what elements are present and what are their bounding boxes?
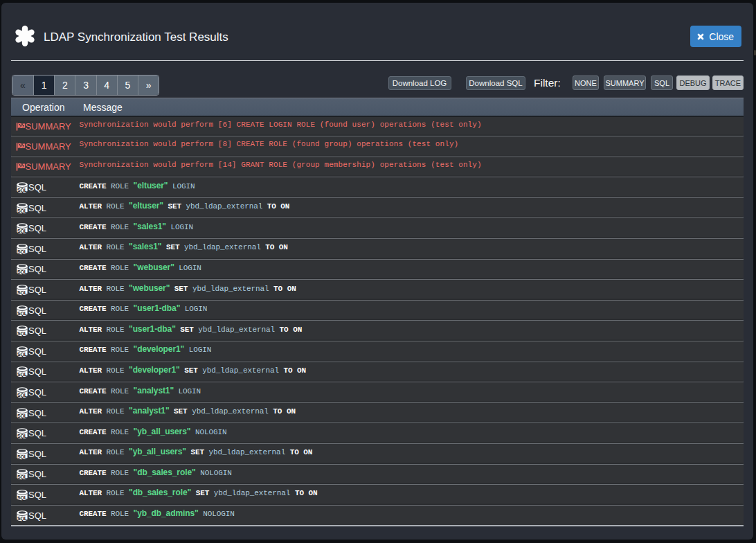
svg-text:SQL: SQL bbox=[17, 229, 28, 234]
svg-text:SQL: SQL bbox=[17, 331, 28, 337]
svg-text:SQL: SQL bbox=[17, 352, 28, 357]
svg-text:SQL: SQL bbox=[17, 249, 28, 255]
svg-text:SQL: SQL bbox=[17, 310, 28, 316]
svg-text:SQL: SQL bbox=[17, 372, 28, 377]
svg-text:SQL: SQL bbox=[17, 290, 28, 296]
svg-text:SQL: SQL bbox=[17, 269, 28, 275]
svg-text:SQL: SQL bbox=[17, 515, 28, 521]
svg-text:SQL: SQL bbox=[17, 208, 28, 213]
svg-text:SQL: SQL bbox=[17, 454, 28, 460]
svg-text:SQL: SQL bbox=[17, 188, 28, 193]
svg-text:SQL: SQL bbox=[17, 393, 28, 398]
svg-text:SQL: SQL bbox=[17, 434, 28, 439]
svg-text:SQL: SQL bbox=[17, 495, 28, 501]
svg-text:SQL: SQL bbox=[17, 413, 28, 418]
svg-text:SQL: SQL bbox=[17, 474, 28, 480]
